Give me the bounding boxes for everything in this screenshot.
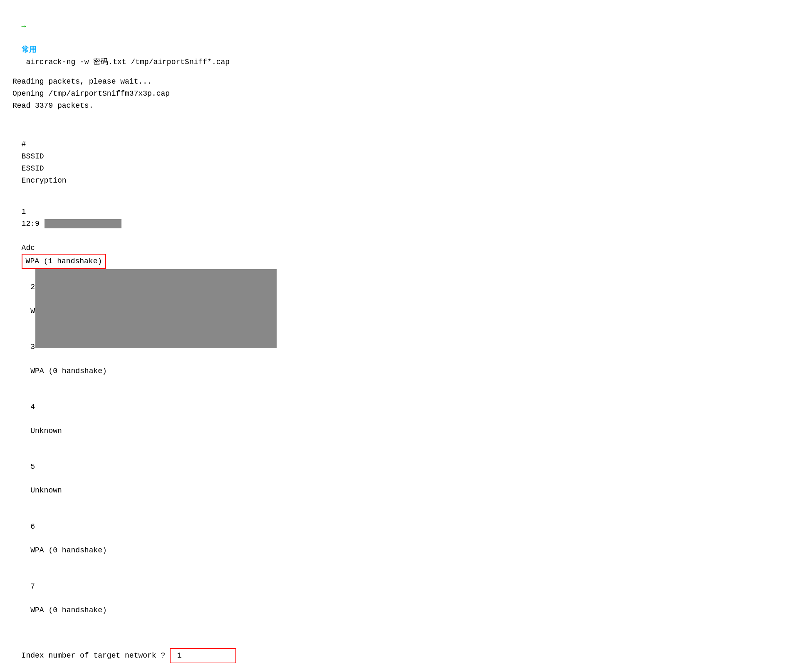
table-row: 1 12:9 Adc WPA (1 handshake) (12, 194, 800, 269)
rows-2-7-container: 2 WPA (0 handshake) 3 WPA (0 handshake) … (12, 269, 800, 628)
index-prompt-line: Index number of target network ? 1 (12, 636, 800, 663)
index-prompt-text: Index number of target network ? (22, 651, 170, 660)
col-bssid-header: BSSID (22, 151, 130, 163)
command-text: aircrack-ng -w 密码.txt /tmp/airportSniff*… (22, 58, 230, 66)
command-line: → 常用 aircrack-ng -w 密码.txt /tmp/airportS… (12, 8, 800, 68)
opening-file-1: Opening /tmp/airportSniffm37x3p.cap (12, 88, 800, 100)
row6-enc: WPA (0 handshake) (30, 546, 107, 554)
row1-bssid-partial: 12:9 (22, 218, 45, 230)
label-常用: 常用 (22, 46, 37, 54)
arrow-icon: → (22, 22, 26, 30)
row1-num: 1 (22, 206, 45, 218)
col-num-header: # (22, 139, 45, 151)
row5-enc: Unknown (30, 486, 62, 495)
row7-enc: WPA (0 handshake) (30, 606, 107, 614)
row6-num: 6 (30, 521, 53, 533)
index-input-highlighted: 1 (170, 648, 236, 663)
col-enc-header: Encryption (22, 176, 67, 185)
table-header: # BSSID ESSID Encryption (12, 126, 800, 186)
redacted-block-large (35, 269, 277, 348)
row1-enc-highlighted: WPA (1 handshake) (22, 254, 106, 269)
row1-essid: Adc (22, 242, 132, 254)
row1-bssid-redacted (45, 219, 121, 228)
read-count-1: Read 3379 packets. (12, 100, 800, 112)
row5-num: 5 (30, 461, 53, 473)
reading-packets-1: Reading packets, please wait... (12, 76, 800, 88)
table-row: 5 Unknown (12, 449, 800, 509)
row3-enc: WPA (0 handshake) (30, 367, 107, 375)
table-row: 4 Unknown (12, 389, 800, 449)
row4-enc: Unknown (30, 427, 62, 435)
col-essid-header: ESSID (22, 163, 155, 175)
table-row: 7 WPA (0 handshake) (12, 569, 800, 628)
row4-num: 4 (30, 401, 53, 413)
table-row: 6 WPA (0 handshake) (12, 509, 800, 569)
row1-essid-space (22, 230, 51, 242)
row7-num: 7 (30, 581, 53, 593)
